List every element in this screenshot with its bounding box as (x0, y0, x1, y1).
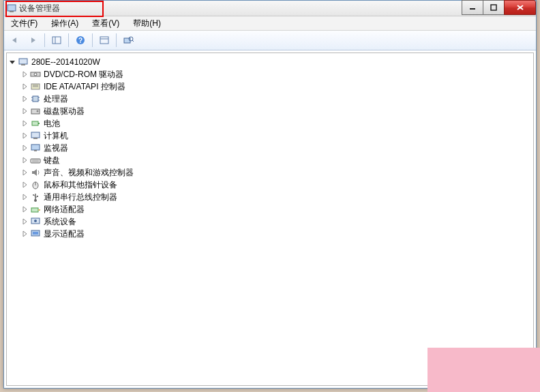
sound-icon (30, 167, 41, 178)
forward-button[interactable] (25, 32, 41, 48)
tree-node-label: 监视器 (44, 142, 68, 154)
menu-view[interactable]: 查看(V) (89, 16, 122, 31)
keyboard-icon (30, 155, 41, 166)
tree-node-label: 声音、视频和游戏控制器 (44, 167, 134, 179)
toolbar-separator (44, 33, 45, 47)
expand-icon[interactable] (20, 193, 29, 201)
minimize-button[interactable] (462, 0, 483, 15)
svg-text:?: ? (78, 37, 82, 44)
tree-node[interactable]: 监视器 (20, 142, 532, 154)
collapse-icon[interactable] (8, 58, 16, 66)
svg-point-44 (33, 194, 34, 196)
expand-icon[interactable] (20, 181, 29, 189)
show-hide-tree-button[interactable] (48, 32, 65, 48)
tree-node-label: DVD/CD-ROM 驱动器 (44, 69, 123, 80)
tree-node[interactable]: 计算机 (20, 130, 532, 142)
close-button[interactable] (504, 0, 536, 15)
expand-icon[interactable] (20, 168, 29, 177)
svg-rect-30 (38, 123, 40, 124)
tree-node-label: 显示适配器 (44, 228, 85, 240)
tree-node-label: 网络适配器 (44, 204, 85, 215)
device-tree-panel[interactable]: 280E--20141020W DVD/CD-ROM 驱动器 IDE ATA/A… (6, 52, 534, 386)
menu-file[interactable]: 文件(F) (8, 16, 40, 31)
tree-node[interactable]: 键盘 (20, 154, 532, 166)
tree-node[interactable]: 处理器 (20, 93, 532, 105)
expand-icon[interactable] (20, 95, 29, 103)
tree-node[interactable]: DVD/CD-ROM 驱动器 (20, 68, 532, 80)
display-adapter-icon (30, 228, 41, 239)
menu-bar: 文件(F) 操作(A) 查看(V) 帮助(H) (4, 16, 536, 31)
svg-rect-51 (33, 232, 38, 235)
tree-node[interactable]: 电池 (20, 117, 532, 130)
svg-rect-45 (37, 196, 38, 197)
expand-icon[interactable] (20, 144, 29, 152)
svg-rect-22 (33, 96, 38, 102)
pink-overlay (427, 348, 540, 392)
tree-node-label: 电池 (44, 118, 60, 130)
svg-rect-32 (33, 138, 38, 139)
battery-icon (30, 118, 41, 129)
tree-node[interactable]: 网络适配器 (20, 203, 532, 215)
processor-icon (30, 93, 41, 104)
tree-node[interactable]: 声音、视频和游戏控制器 (20, 166, 532, 179)
svg-rect-0 (7, 5, 16, 11)
device-manager-window: 设备管理器 文件(F) 操作(A) 查看(V) 帮助(H) (3, 0, 537, 389)
monitor-icon (30, 142, 41, 153)
tree-node[interactable]: 系统设备 (20, 215, 532, 228)
svg-rect-6 (52, 37, 61, 44)
svg-rect-3 (491, 5, 496, 10)
expand-icon[interactable] (20, 230, 29, 238)
network-adapter-icon (30, 204, 41, 215)
tree-node[interactable]: 磁盘驱动器 (20, 105, 532, 117)
tree-node[interactable]: 显示适配器 (20, 228, 532, 240)
svg-rect-34 (34, 150, 37, 151)
toolbar: ? (4, 31, 536, 50)
svg-rect-16 (21, 64, 25, 65)
svg-rect-33 (31, 145, 40, 150)
tree-node-label: IDE ATA/ATAPI 控制器 (44, 81, 125, 93)
menu-help[interactable]: 帮助(H) (130, 16, 164, 31)
svg-rect-10 (100, 37, 108, 44)
window-title: 设备管理器 (19, 3, 60, 14)
expand-icon[interactable] (20, 132, 29, 140)
scan-hardware-button[interactable] (120, 32, 136, 48)
expand-icon[interactable] (20, 70, 29, 78)
expand-icon[interactable] (20, 107, 29, 115)
mouse-icon (30, 179, 41, 190)
tree-node[interactable]: 通用串行总线控制器 (20, 191, 532, 203)
computer-icon (18, 57, 29, 67)
app-icon (7, 3, 16, 13)
svg-point-49 (34, 220, 37, 222)
maximize-button[interactable] (483, 0, 505, 15)
tree-node[interactable]: IDE ATA/ATAPI 控制器 (20, 80, 532, 93)
expand-icon[interactable] (20, 156, 29, 164)
svg-point-18 (34, 73, 37, 76)
system-device-icon (30, 216, 41, 227)
tree-node-label: 处理器 (44, 93, 68, 105)
svg-rect-1 (10, 11, 14, 12)
toolbar-separator (92, 33, 93, 47)
properties-button[interactable] (96, 32, 112, 48)
menu-action[interactable]: 操作(A) (48, 16, 81, 31)
toolbar-separator (116, 33, 117, 47)
svg-point-28 (37, 110, 39, 112)
computer-icon (30, 130, 41, 141)
svg-line-14 (132, 40, 134, 42)
svg-rect-31 (31, 132, 40, 138)
expand-icon[interactable] (20, 119, 29, 127)
usb-icon (30, 192, 41, 202)
tree-root[interactable]: 280E--20141020W (8, 56, 532, 68)
tree-root-label: 280E--20141020W (31, 57, 100, 67)
ide-controller-icon (30, 81, 41, 92)
svg-rect-29 (32, 121, 38, 125)
tree-node-label: 键盘 (44, 155, 60, 166)
svg-rect-35 (31, 159, 40, 163)
tree-node[interactable]: 鼠标和其他指针设备 (20, 179, 532, 191)
svg-rect-46 (31, 208, 38, 212)
expand-icon[interactable] (20, 205, 29, 213)
expand-icon[interactable] (20, 217, 29, 226)
disk-drive-icon (30, 106, 41, 117)
help-button[interactable]: ? (72, 32, 89, 48)
expand-icon[interactable] (20, 82, 29, 91)
back-button[interactable] (7, 32, 23, 48)
